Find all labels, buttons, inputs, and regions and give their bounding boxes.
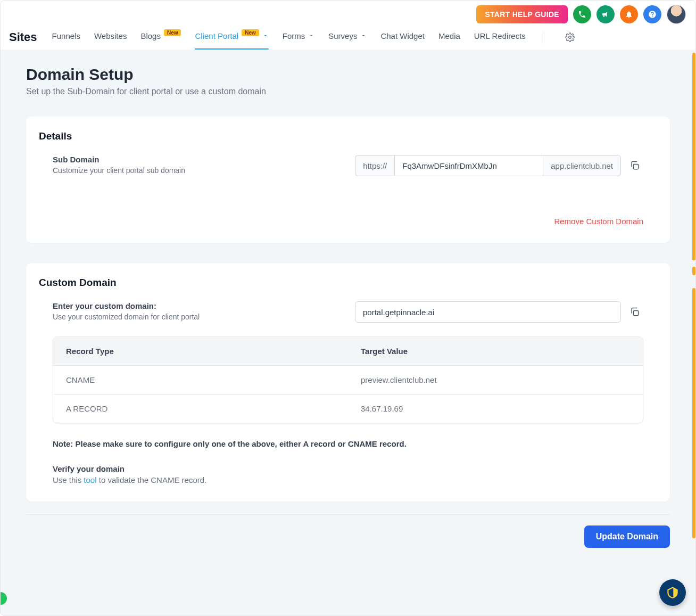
page-subtitle: Set up the Sub-Domain for client portal … — [26, 87, 670, 96]
table-row: A RECORD 34.67.19.69 — [53, 394, 643, 423]
floating-badge[interactable] — [659, 579, 686, 606]
nav-forms-label: Forms — [283, 31, 305, 40]
table-header-record-type: Record Type — [53, 337, 348, 365]
svg-rect-1 — [634, 165, 639, 169]
chevron-down-icon — [262, 31, 269, 40]
nav-client-portal-label: Client Portal — [195, 31, 238, 40]
subdomain-label: Sub Domain — [53, 155, 185, 164]
phone-icon[interactable] — [573, 5, 591, 23]
update-domain-button[interactable]: Update Domain — [584, 525, 670, 548]
subdomain-hint: Customize your client portal sub domain — [53, 166, 185, 175]
verify-pre: Use this — [53, 475, 84, 484]
custom-domain-heading: Custom Domain — [39, 277, 657, 289]
nav-websites[interactable]: Websites — [94, 26, 127, 48]
new-badge: New — [242, 29, 259, 36]
chevron-down-icon — [308, 31, 314, 40]
bell-icon[interactable] — [620, 5, 638, 23]
subdomain-input[interactable] — [394, 155, 543, 176]
scroll-indicator — [692, 288, 695, 538]
settings-icon[interactable] — [562, 30, 577, 45]
custom-domain-card: Custom Domain Enter your custom domain: … — [26, 263, 670, 502]
target-value-cell: 34.67.19.69 — [348, 395, 643, 423]
nav-forms[interactable]: Forms — [283, 26, 315, 48]
custom-domain-hint: Use your customized domain for client po… — [53, 313, 200, 321]
configuration-note: Note: Please make sure to configure only… — [53, 439, 643, 448]
table-header-target-value: Target Value — [348, 337, 643, 365]
remove-custom-domain-link[interactable]: Remove Custom Domain — [53, 217, 643, 226]
scroll-indicator — [692, 267, 695, 275]
subdomain-url-group: https:// app.clientclub.net — [355, 155, 621, 176]
start-help-guide-button[interactable]: START HELP GUIDE — [476, 5, 568, 23]
details-heading: Details — [39, 130, 657, 142]
divider — [544, 31, 544, 43]
copy-icon[interactable] — [626, 157, 643, 174]
nav-chat-widget[interactable]: Chat Widget — [380, 26, 425, 48]
nav-surveys-label: Surveys — [328, 31, 357, 40]
help-icon[interactable] — [643, 5, 661, 23]
nav-blogs[interactable]: Blogs New — [140, 26, 181, 48]
copy-icon[interactable] — [626, 303, 643, 321]
svg-rect-2 — [634, 311, 639, 316]
scroll-indicator — [692, 53, 695, 260]
nav-surveys[interactable]: Surveys — [328, 26, 367, 48]
details-card: Details Sub Domain Customize your client… — [26, 117, 670, 243]
page-title: Domain Setup — [26, 65, 670, 84]
new-badge: New — [164, 29, 181, 36]
verify-heading: Verify your domain — [53, 464, 643, 473]
avatar[interactable] — [667, 5, 686, 24]
custom-domain-input[interactable] — [355, 301, 621, 323]
megaphone-icon[interactable] — [596, 5, 615, 23]
verify-tool-link[interactable]: tool — [84, 475, 96, 484]
record-type-cell: CNAME — [53, 366, 348, 394]
target-value-cell: preview.clientclub.net — [348, 366, 643, 394]
app-title: Sites — [9, 30, 37, 44]
nav-funnels[interactable]: Funnels — [52, 26, 80, 48]
nav-media[interactable]: Media — [438, 26, 460, 48]
nav-url-redirects[interactable]: URL Redirects — [474, 26, 526, 48]
nav-blogs-label: Blogs — [140, 31, 161, 40]
table-row: CNAME preview.clientclub.net — [53, 365, 643, 394]
svg-point-0 — [569, 36, 571, 38]
base-domain-suffix: app.clientclub.net — [543, 155, 621, 176]
protocol-prefix: https:// — [355, 155, 394, 176]
dns-records-table: Record Type Target Value CNAME preview.c… — [53, 336, 643, 423]
custom-domain-label: Enter your custom domain: — [53, 301, 200, 310]
nav-client-portal[interactable]: Client Portal New — [195, 26, 268, 48]
verify-post: to validate the CNAME record. — [97, 475, 207, 484]
chevron-down-icon — [360, 31, 367, 40]
record-type-cell: A RECORD — [53, 395, 348, 423]
verify-text: Use this tool to validate the CNAME reco… — [53, 475, 643, 484]
